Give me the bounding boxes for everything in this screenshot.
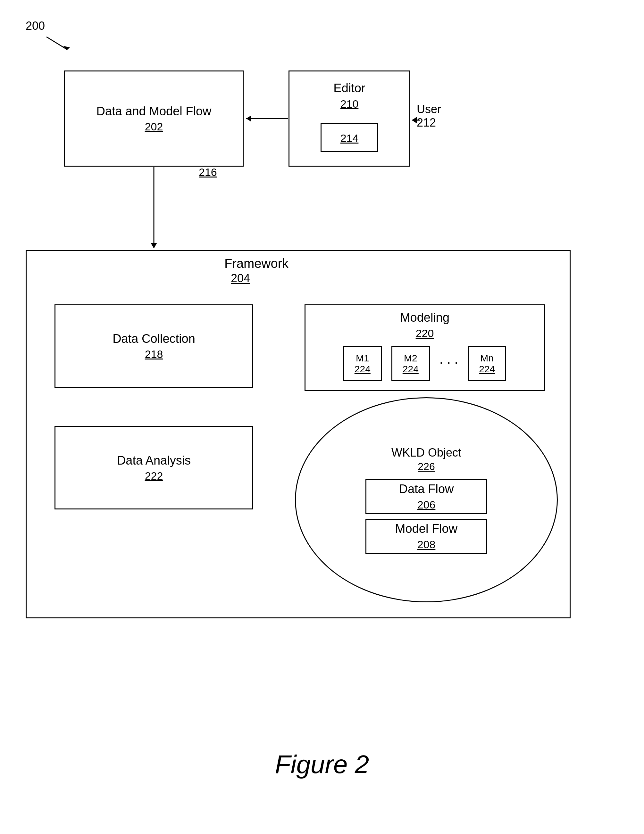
- diagram: 200 Data and Model Flow 202 216 Editor 2…: [0, 0, 644, 834]
- wkld-circle: WKLD Object 226 Data Flow 206 Model Flow…: [295, 397, 558, 602]
- user-ref: 212: [417, 116, 441, 129]
- model-m1-ref: 224: [354, 364, 371, 375]
- data-collection-box: Data Collection 218: [55, 304, 253, 388]
- model-m2-label: M2: [404, 353, 417, 364]
- editor-inner-ref: 214: [340, 132, 359, 144]
- modeling-title: Modeling: [400, 310, 450, 325]
- svg-marker-3: [246, 115, 251, 122]
- model-mn-ref: 224: [479, 364, 495, 375]
- data-model-flow-box: Data and Model Flow 202: [64, 71, 244, 166]
- figure-label: Figure 2: [275, 750, 369, 779]
- data-analysis-box: Data Analysis 222: [55, 426, 253, 509]
- dots-separator: · · ·: [440, 354, 458, 370]
- svg-marker-1: [63, 46, 70, 50]
- label-216: 216: [199, 166, 217, 178]
- svg-marker-5: [412, 117, 417, 123]
- framework-title: Framework: [224, 256, 288, 271]
- modeling-ref: 220: [416, 327, 434, 339]
- user-text: User: [417, 102, 441, 116]
- model-mn: Mn 224: [468, 346, 506, 381]
- ref-200-label: 200: [26, 19, 45, 33]
- wkld-title: WKLD Object: [392, 446, 461, 459]
- dc-ref: 218: [145, 348, 163, 360]
- da-ref: 222: [145, 470, 163, 482]
- svg-line-0: [47, 37, 67, 50]
- dataflow-box: Data Flow 206: [366, 479, 487, 514]
- wkld-ref: 226: [418, 461, 435, 473]
- modeling-box: Modeling 220 M1 224 M2 224 · · · Mn 224: [304, 304, 545, 391]
- model-m2-ref: 224: [403, 364, 419, 375]
- editor-inner-box: 214: [320, 123, 378, 152]
- editor-box: Editor 210 214: [288, 71, 410, 166]
- dc-title: Data Collection: [113, 331, 195, 346]
- user-label: User 212: [417, 102, 441, 129]
- editor-ref: 210: [340, 98, 359, 110]
- dataflow-ref: 206: [417, 499, 436, 511]
- svg-marker-7: [150, 243, 157, 248]
- da-title: Data Analysis: [117, 453, 191, 468]
- dmf-ref: 202: [145, 120, 163, 133]
- model-mn-label: Mn: [480, 353, 494, 364]
- dataflow-title: Data Flow: [399, 482, 454, 496]
- models-row: M1 224 M2 224 · · · Mn 224: [343, 346, 506, 381]
- modelflow-box: Model Flow 208: [366, 519, 487, 554]
- modelflow-title: Model Flow: [395, 522, 458, 537]
- model-m1: M1 224: [343, 346, 382, 381]
- modelflow-ref: 208: [417, 538, 436, 551]
- dmf-title: Data and Model Flow: [96, 104, 211, 119]
- editor-title: Editor: [333, 81, 365, 96]
- model-m1-label: M1: [356, 353, 369, 364]
- framework-ref: 204: [231, 272, 250, 285]
- model-m2: M2 224: [392, 346, 430, 381]
